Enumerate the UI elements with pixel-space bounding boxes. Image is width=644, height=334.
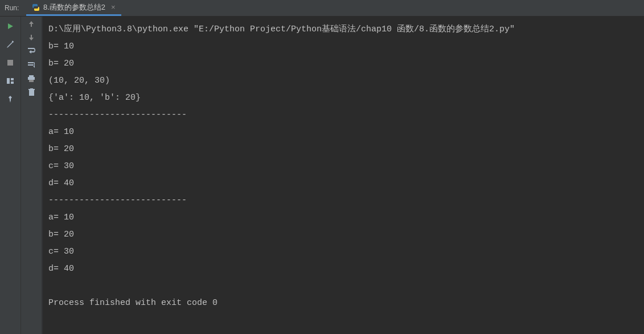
print-button[interactable] (27, 75, 35, 83)
svg-rect-8 (28, 77, 35, 80)
svg-rect-9 (29, 80, 34, 82)
up-arrow-icon[interactable] (27, 20, 35, 28)
svg-rect-5 (28, 62, 34, 63)
run-tool-column-right (20, 17, 42, 334)
close-icon[interactable]: × (111, 3, 116, 11)
scroll-to-end-button[interactable] (27, 61, 36, 69)
svg-rect-3 (11, 78, 14, 80)
run-tab-title: 8.函数的参数总结2 (43, 2, 105, 13)
run-tool-column-left (0, 17, 20, 334)
svg-rect-4 (11, 82, 14, 84)
console-lines: b= 10 b= 20 (10, 20, 30) {'a': 10, 'b': … (48, 42, 218, 308)
python-file-icon (32, 3, 40, 11)
svg-rect-6 (28, 64, 34, 66)
svg-rect-2 (7, 78, 10, 84)
down-arrow-icon[interactable] (27, 34, 35, 42)
settings-button[interactable] (4, 38, 17, 51)
run-tabbar: Run: 8.函数的参数总结2 × (0, 0, 644, 17)
run-tab-active[interactable]: 8.函数的参数总结2 × (26, 0, 121, 16)
svg-rect-12 (30, 88, 33, 89)
run-label: Run: (0, 0, 26, 16)
rerun-button[interactable] (4, 20, 17, 32)
stop-button[interactable] (4, 56, 17, 69)
soft-wrap-button[interactable] (27, 47, 36, 55)
pin-button[interactable] (4, 93, 17, 105)
console-output[interactable]: D:\应用\Python3.8\python.exe "E:/Python Pr… (43, 17, 644, 334)
run-panel-body: D:\应用\Python3.8\python.exe "E:/Python Pr… (0, 17, 644, 334)
svg-rect-10 (29, 90, 34, 96)
svg-rect-7 (29, 75, 34, 77)
console-command-line: D:\应用\Python3.8\python.exe "E:/Python Pr… (48, 25, 515, 34)
layout-button[interactable] (4, 75, 17, 87)
svg-rect-1 (7, 60, 13, 66)
svg-rect-11 (28, 89, 35, 90)
trash-button[interactable] (28, 88, 35, 96)
